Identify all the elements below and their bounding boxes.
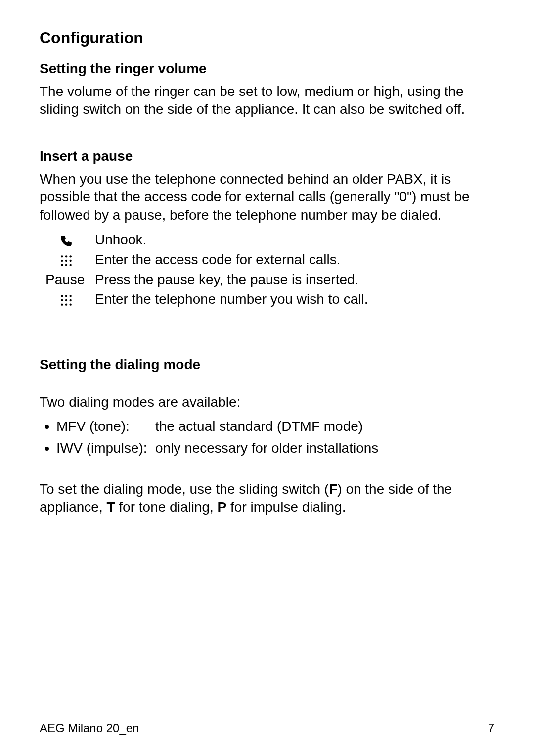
step-text: Enter the telephone number you wish to c… (95, 289, 368, 309)
svg-point-17 (70, 303, 72, 305)
svg-point-1 (65, 255, 67, 257)
svg-point-0 (61, 255, 63, 257)
svg-point-6 (61, 264, 63, 266)
svg-point-2 (70, 255, 72, 257)
section-heading-pause: Insert a pause (40, 148, 494, 164)
section-heading-dialing: Setting the dialing mode (40, 357, 494, 373)
handset-icon (60, 235, 73, 247)
svg-point-5 (70, 259, 72, 261)
footer-left: AEG Milano 20_en (40, 721, 139, 735)
svg-point-11 (70, 295, 72, 297)
svg-point-8 (70, 264, 72, 266)
section-body-pause: When you use the telephone connected beh… (40, 170, 494, 224)
section-heading-ringer: Setting the ringer volume (40, 61, 494, 77)
section-body-ringer: The volume of the ringer can be set to l… (40, 83, 494, 119)
dialing-intro: Two dialing modes are available: (40, 393, 494, 411)
svg-point-16 (65, 303, 67, 305)
svg-point-13 (65, 299, 67, 301)
page-title: Configuration (40, 29, 494, 47)
pause-label: Pause (40, 270, 95, 289)
keypad-icon (60, 294, 73, 307)
list-item: IWV (impulse):only necessary for older i… (56, 439, 494, 461)
mode-key: MFV (tone): (56, 417, 155, 436)
mode-key: IWV (impulse): (56, 439, 155, 458)
step-text: Unhook. (95, 230, 368, 250)
svg-point-12 (61, 299, 63, 301)
svg-point-15 (61, 303, 63, 305)
svg-point-10 (65, 295, 67, 297)
footer-page-number: 7 (488, 721, 494, 735)
mode-val: only necessary for older installations (155, 440, 378, 456)
dialing-modes-list: MFV (tone):the actual standard (DTMF mod… (40, 417, 494, 461)
svg-point-7 (65, 264, 67, 266)
svg-point-9 (61, 295, 63, 297)
svg-point-3 (61, 259, 63, 261)
list-item: MFV (tone):the actual standard (DTMF mod… (56, 417, 494, 439)
mode-val: the actual standard (DTMF mode) (155, 419, 363, 434)
svg-point-4 (65, 259, 67, 261)
steps-table: Unhook. Enter the access code for extern… (40, 230, 368, 309)
keypad-icon (60, 254, 73, 267)
step-text: Press the pause key, the pause is insert… (95, 270, 368, 289)
step-text: Enter the access code for external calls… (95, 250, 368, 270)
dialing-outro: To set the dialing mode, use the sliding… (40, 480, 494, 517)
svg-point-14 (70, 299, 72, 301)
